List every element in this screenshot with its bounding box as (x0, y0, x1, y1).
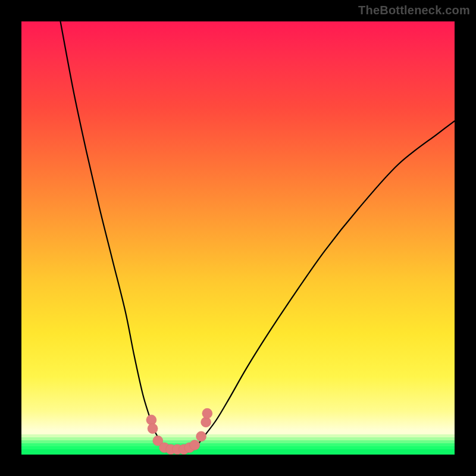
chart-frame: TheBottleneck.com (0, 0, 476, 476)
data-marker (202, 408, 212, 418)
curve-right-branch (197, 121, 455, 446)
data-marker (190, 440, 200, 450)
plot-area (21, 21, 455, 455)
data-marker (196, 431, 206, 441)
watermark-text: TheBottleneck.com (358, 4, 470, 17)
curve-svg (21, 21, 455, 455)
data-marker (148, 424, 158, 434)
curve-left-branch (61, 21, 162, 446)
data-marker (201, 417, 211, 427)
data-marker (146, 415, 156, 425)
bottom-marker-cluster (146, 408, 212, 454)
